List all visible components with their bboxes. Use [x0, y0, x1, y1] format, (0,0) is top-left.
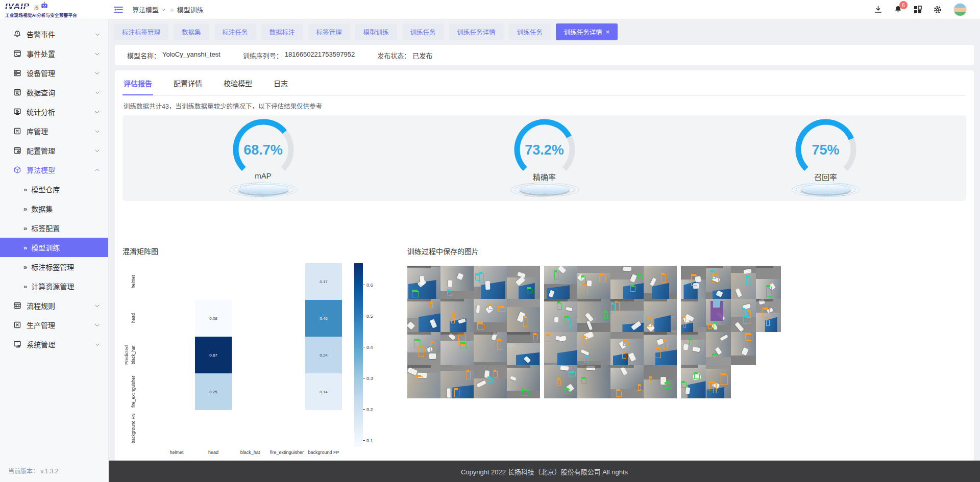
header-actions: 6: [874, 3, 980, 16]
apps-grid-icon[interactable]: [914, 6, 922, 14]
open-tab[interactable]: 训练任务: [402, 23, 444, 40]
user-avatar[interactable]: [953, 3, 967, 16]
training-image-tile: [644, 299, 677, 332]
matrix-cell: 0.25: [195, 373, 232, 410]
sidebar-subitem[interactable]: »标注标签管理: [0, 257, 108, 276]
detail-tab[interactable]: 校验模型: [223, 70, 253, 95]
sidebar-item-stats-analysis[interactable]: 统计分析: [0, 102, 108, 121]
version-value: v.1.3.2: [40, 468, 58, 475]
metrics-panel: 68.7%mAP73.2%精确率75%召回率: [122, 115, 966, 201]
training-image-tile: [507, 332, 540, 365]
matrix-cell-empty: [158, 337, 195, 373]
sidebar-item-library-manage[interactable]: 库管理: [0, 121, 108, 141]
sidebar-item-model-cube[interactable]: 算法模型: [0, 160, 108, 180]
matrix-cell-empty: [232, 300, 268, 337]
detail-tab[interactable]: 配置详情: [173, 70, 203, 95]
training-image-tile: [440, 365, 474, 398]
training-image-tile: [507, 266, 540, 299]
open-tab[interactable]: 数据标注: [261, 23, 303, 40]
training-batch-image[interactable]: [681, 266, 781, 398]
training-batch-image[interactable]: [544, 266, 677, 398]
open-tab[interactable]: 训练任务详情: [449, 23, 504, 40]
open-tab[interactable]: 训练任务详情×: [556, 23, 618, 40]
sidebar-item-flow-rule[interactable]: 流程规则: [0, 296, 108, 315]
logo-subtitle: 工业现场视觉AI分析与安全预警平台: [5, 12, 109, 18]
publish-status-value: 已发布: [412, 50, 432, 60]
gauge-value: 73.2%: [496, 142, 593, 158]
sidebar-item-config-manage[interactable]: 配置管理: [0, 141, 108, 160]
sidebar-subitem[interactable]: »计算资源管理: [0, 276, 108, 296]
chevron-up-icon: [94, 167, 100, 173]
matrix-cell: 0.24: [305, 337, 342, 373]
close-icon[interactable]: ×: [606, 29, 610, 35]
sidebar-subitem[interactable]: »模型训练: [0, 238, 108, 257]
training-image-tile: [440, 332, 474, 365]
sidebar-item-label: 算法模型: [27, 165, 55, 175]
chevron-down-icon: [161, 7, 166, 12]
sidebar-item-event-handle[interactable]: 事件处置: [0, 44, 108, 63]
open-tabs-bar: 标注标签管理数据集标注任务数据标注标签管理模型训练训练任务训练任务详情训练任务训…: [109, 19, 980, 40]
double-arrow-icon: »: [23, 205, 27, 213]
app-logo: IVAIP i5 工业现场视觉AI分析与安全预警平台: [0, 2, 109, 18]
colorbar-tick: 0.5: [363, 314, 373, 319]
notification-bell-icon[interactable]: 6: [894, 5, 902, 14]
detail-tab[interactable]: 日志: [273, 70, 289, 95]
settings-gear-icon[interactable]: [933, 5, 942, 14]
open-tab[interactable]: 标注任务: [214, 23, 256, 40]
training-image-tile: [577, 365, 610, 398]
training-image-tile: [440, 299, 474, 332]
training-image-tile: [731, 299, 756, 332]
matrix-cell-empty: [158, 373, 195, 410]
matrix-colorbar: 0.60.50.40.30.20.1: [354, 263, 363, 447]
training-image-tile: [706, 299, 731, 332]
chevron-down-icon: [94, 148, 100, 154]
sidebar-subitem-label: 数据集: [31, 204, 53, 214]
model-info-bar: 模型名称： YoloCy_yanshi_test 训练序列号： 18166502…: [115, 45, 974, 65]
colorbar-tick: 0.6: [363, 283, 373, 288]
model-cube-icon: [13, 166, 21, 174]
training-images-section: 训练过程中保存的图片: [407, 246, 966, 461]
matrix-row-labels: helmetheadblack_hatfire_extinguisherback…: [131, 263, 158, 447]
sidebar-item-device-manage[interactable]: 设备管理: [0, 63, 108, 83]
sidebar-subitem-label: 计算资源管理: [31, 281, 74, 291]
sidebar-subitem-label: 标签配置: [31, 223, 60, 233]
gauge-label: 精确率: [496, 171, 593, 182]
sidebar-item-system-manage[interactable]: 系统管理: [0, 335, 108, 354]
flow-rule-icon: [13, 301, 21, 310]
chevron-down-icon: [94, 109, 100, 115]
matrix-cell: 0.14: [305, 373, 342, 410]
training-image-tile: [610, 299, 644, 332]
sidebar-subitem[interactable]: »标签配置: [0, 218, 108, 238]
download-icon[interactable]: [874, 5, 883, 14]
breadcrumb-menu[interactable]: 算法模型: [132, 5, 166, 14]
training-image-tile: [544, 365, 577, 398]
sidebar-collapse-icon[interactable]: [114, 6, 123, 13]
sidebar-item-label: 告警事件: [27, 29, 55, 39]
sidebar-subitem[interactable]: »数据集: [0, 199, 108, 218]
training-image-tile: [407, 332, 440, 365]
sidebar-item-label: 配置管理: [27, 145, 55, 156]
colorbar-tick: 0.3: [363, 376, 373, 381]
open-tab[interactable]: 标签管理: [308, 23, 350, 40]
open-tab[interactable]: 数据集: [174, 23, 209, 40]
open-tab-label: 训练任务: [517, 27, 543, 37]
double-arrow-icon: »: [23, 263, 27, 271]
training-image-tile: [544, 299, 577, 332]
sidebar-subitem[interactable]: »模型仓库: [0, 180, 108, 199]
matrix-cell-empty: [158, 263, 195, 300]
open-tab[interactable]: 训练任务: [509, 23, 551, 40]
training-image-tile: [474, 299, 507, 332]
open-tab[interactable]: 标注标签管理: [114, 23, 168, 40]
matrix-col-label: background FP: [305, 450, 342, 455]
training-batch-image[interactable]: [407, 266, 540, 398]
sidebar-item-data-search[interactable]: 数据查询: [0, 83, 108, 102]
sidebar-item-alarm-bell[interactable]: 告警事件: [0, 24, 108, 44]
training-image-tile: [474, 266, 507, 299]
publish-status-label: 发布状态：: [377, 50, 410, 60]
evaluation-note: 训练数据共计43，当训练数据量较少的情况下，以下评估结果仅供参考: [122, 96, 966, 111]
matrix-cell-empty: [195, 410, 232, 447]
sidebar-item-label: 库管理: [27, 126, 48, 136]
detail-tab[interactable]: 评估报告: [122, 70, 153, 95]
open-tab[interactable]: 模型训练: [355, 23, 397, 40]
sidebar-item-production-manage[interactable]: 生产管理: [0, 315, 108, 335]
